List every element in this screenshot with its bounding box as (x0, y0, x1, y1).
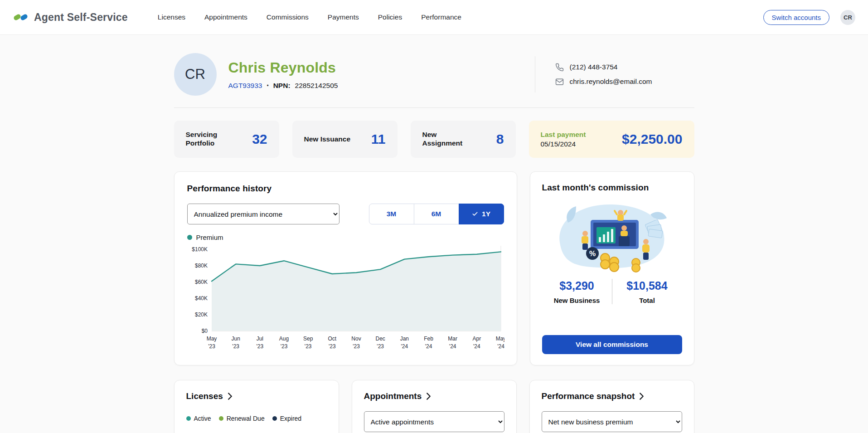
phone-icon (555, 63, 564, 72)
svg-text:Jul: Jul (256, 336, 263, 342)
svg-text:Mar: Mar (448, 336, 457, 342)
last-payment-amount: $2,250.00 (622, 131, 682, 147)
svg-text:$60K: $60K (194, 279, 207, 285)
stat-new-assignment: New Assignment 8 (411, 121, 516, 158)
performance-history-title: Performance history (187, 184, 504, 194)
new-business-label: New Business (542, 297, 612, 304)
total-label: Total (612, 297, 682, 304)
chevron-right-icon (426, 392, 431, 400)
legend-item-expired: Expired (272, 415, 301, 422)
commission-card: Last month's commission (530, 171, 694, 365)
svg-text:Dec: Dec (375, 336, 385, 342)
user-avatar[interactable]: CR (840, 10, 855, 25)
range-3m-button[interactable]: 3M (369, 204, 414, 224)
svg-text:'24: '24 (473, 343, 480, 350)
stat-servicing-portfolio: Servicing Portfolio 32 (174, 121, 279, 158)
last-payment-label: Last payment (541, 131, 586, 139)
svg-text:'23: '23 (304, 343, 311, 350)
svg-text:'23: '23 (280, 343, 287, 350)
stat-value: 8 (496, 131, 504, 147)
svg-text:'23: '23 (208, 343, 215, 350)
svg-text:Nov: Nov (351, 336, 361, 342)
performance-history-card: Performance history Annualized premium i… (174, 171, 517, 365)
snapshot-metric-select[interactable]: Net new business premium (542, 411, 682, 432)
chart-legend: Premium (187, 234, 504, 241)
legend-item-renewal-due: Renewal Due (219, 415, 265, 422)
licenses-card: Licenses Active Renewal Due Expired (174, 380, 339, 433)
renewal-due-legend-dot (219, 416, 223, 421)
svg-text:Feb: Feb (424, 336, 433, 342)
switch-accounts-button[interactable]: Switch accounts (763, 10, 829, 25)
svg-text:Oct: Oct (328, 336, 336, 342)
agent-contact: (212) 448-3754 chris.reynolds@email.com (535, 56, 694, 92)
chevron-right-icon (639, 392, 644, 400)
nav-item-payments[interactable]: Payments (328, 13, 359, 21)
licenses-card-header[interactable]: Licenses (186, 391, 327, 401)
range-toggle-group: 3M 6M 1Y (369, 204, 504, 224)
nav-item-performance[interactable]: Performance (421, 13, 461, 21)
svg-text:$100K: $100K (192, 246, 208, 253)
svg-text:Jan: Jan (400, 336, 408, 342)
premium-legend-dot (187, 235, 192, 240)
premium-legend-label: Premium (196, 234, 223, 241)
stat-value: 32 (252, 131, 267, 147)
svg-text:'23: '23 (353, 343, 360, 350)
stat-label: New Assignment (422, 131, 470, 147)
svg-text:'24: '24 (425, 343, 432, 350)
svg-text:'24: '24 (449, 343, 456, 350)
new-business-value: $3,290 (542, 279, 612, 292)
agent-profile-header: CR Chris Reynolds AGT93933 • NPN: 228521… (174, 53, 694, 96)
svg-text:Sep: Sep (303, 336, 313, 342)
nav-item-commissions[interactable]: Commissions (267, 13, 309, 21)
last-payment-info: Last payment 05/15/2024 (541, 131, 586, 148)
total-value: $10,584 (612, 279, 682, 292)
svg-text:'23: '23 (377, 343, 384, 350)
agent-info: Chris Reynolds AGT93933 • NPN: 228521425… (228, 59, 338, 90)
commission-stats: $3,290 New Business $10,584 Total (542, 279, 682, 304)
appointments-card-header[interactable]: Appointments (364, 391, 504, 401)
expired-legend-dot (272, 416, 277, 421)
stat-new-issuance: New Issuance 11 (292, 121, 398, 158)
active-legend-dot (186, 416, 191, 421)
svg-text:$0: $0 (201, 328, 208, 334)
stat-label: Servicing Portfolio (186, 131, 233, 147)
svg-text:Aug: Aug (279, 336, 288, 342)
agent-email: chris.reynolds@email.com (570, 78, 652, 86)
svg-text:'23: '23 (256, 343, 263, 350)
main-content: CR Chris Reynolds AGT93933 • NPN: 228521… (174, 53, 694, 433)
svg-text:$20K: $20K (194, 311, 207, 318)
meta-separator: • (267, 83, 268, 89)
npn-label: NPN: (273, 82, 291, 90)
last-payment-card: Last payment 05/15/2024 $2,250.00 (529, 121, 694, 158)
svg-text:Jun: Jun (231, 336, 240, 342)
new-business-stat: $3,290 New Business (542, 279, 612, 304)
svg-text:%: % (589, 250, 596, 258)
svg-text:'24: '24 (497, 343, 504, 350)
performance-snapshot-header[interactable]: Performance snapshot (542, 391, 682, 401)
metric-select[interactable]: Annualized premium income (187, 204, 339, 224)
legend-item-active: Active (186, 415, 211, 422)
last-payment-date: 05/15/2024 (541, 140, 586, 148)
topbar-right: Switch accounts CR (763, 10, 855, 25)
range-6m-button[interactable]: 6M (414, 204, 459, 224)
app-brand: Agent Self-Service (13, 11, 128, 24)
nav-item-licenses[interactable]: Licenses (158, 13, 185, 21)
commission-illustration: % (553, 198, 671, 272)
view-all-commissions-button[interactable]: View all commissions (542, 335, 682, 354)
svg-text:$40K: $40K (194, 295, 207, 302)
svg-text:Apr: Apr (472, 336, 481, 342)
agent-id-link[interactable]: AGT93933 (228, 82, 262, 90)
nav-item-policies[interactable]: Policies (378, 13, 402, 21)
svg-text:'23: '23 (329, 343, 336, 350)
appointments-filter-select[interactable]: Active appointments (364, 411, 504, 432)
svg-text:'23: '23 (232, 343, 239, 350)
dashboard-main-row: Performance history Annualized premium i… (174, 171, 694, 365)
commission-title: Last month's commission (542, 183, 682, 193)
nav-item-appointments[interactable]: Appointments (204, 13, 247, 21)
appointments-card-title: Appointments (364, 391, 422, 401)
agent-avatar: CR (174, 53, 217, 96)
agent-name: Chris Reynolds (228, 59, 338, 76)
licenses-card-title: Licenses (186, 391, 223, 401)
range-1y-button[interactable]: 1Y (459, 204, 504, 224)
performance-snapshot-card: Performance snapshot Net new business pr… (529, 380, 694, 433)
